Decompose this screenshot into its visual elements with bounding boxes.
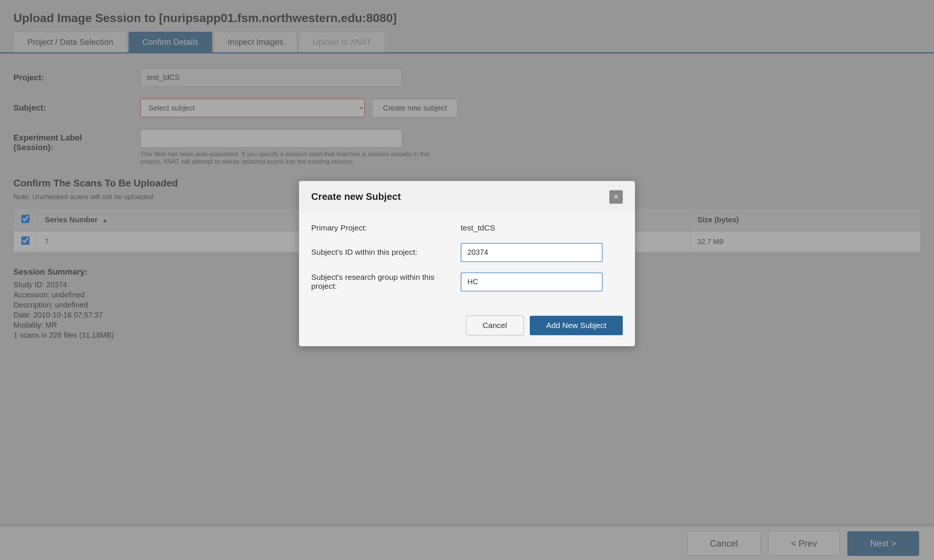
- modal-title: Create new Subject: [311, 191, 401, 203]
- modal-primary-project-value: test_tdCS: [461, 223, 495, 232]
- modal-subject-id-row: Subject's ID within this project:: [311, 243, 623, 262]
- modal-primary-project-row: Primary Project: test_tdCS: [311, 223, 623, 232]
- page-wrapper: Upload Image Session to [nuripsapp01.fsm…: [0, 0, 934, 560]
- modal-subject-id-input[interactable]: [461, 243, 603, 262]
- modal-close-button[interactable]: ×: [609, 190, 623, 204]
- modal-add-button[interactable]: Add New Subject: [530, 316, 623, 335]
- modal-header: Create new Subject ×: [299, 181, 635, 211]
- modal-research-group-label: Subject's research group within this pro…: [311, 273, 461, 291]
- modal-body: Primary Project: test_tdCS Subject's ID …: [299, 211, 635, 309]
- modal-research-group-row: Subject's research group within this pro…: [311, 272, 623, 291]
- create-subject-modal: Create new Subject × Primary Project: te…: [299, 181, 635, 346]
- modal-primary-project-label: Primary Project:: [311, 223, 461, 232]
- modal-footer: Cancel Add New Subject: [299, 309, 635, 346]
- modal-research-group-input[interactable]: [461, 272, 603, 291]
- modal-cancel-button[interactable]: Cancel: [466, 315, 524, 335]
- modal-subject-id-label: Subject's ID within this project:: [311, 248, 461, 257]
